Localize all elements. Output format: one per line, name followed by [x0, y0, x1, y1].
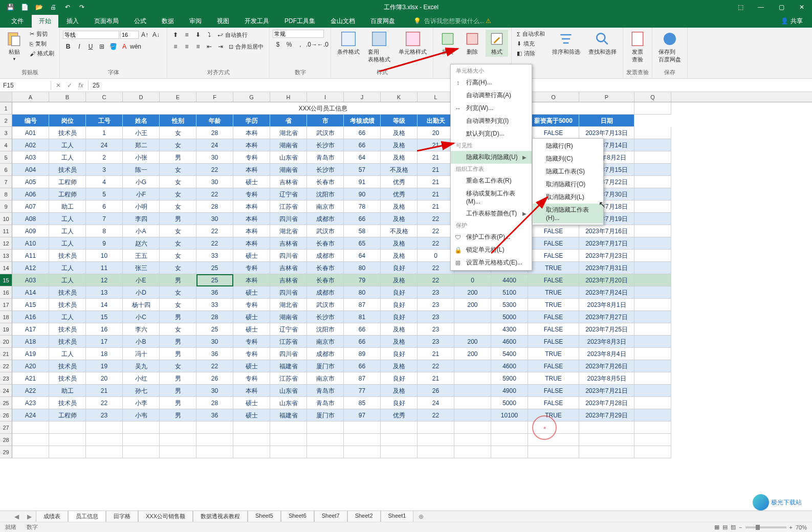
data-cell[interactable]: 吉林省 [270, 274, 307, 286]
data-cell[interactable]: 2023年7月29日 [579, 409, 634, 422]
data-cell[interactable]: 武汉市 [307, 127, 344, 139]
data-cell[interactable]: 良好 [381, 286, 418, 299]
data-cell[interactable]: 0 [454, 274, 491, 286]
decrease-font-icon[interactable]: A↓ [151, 30, 161, 40]
data-cell[interactable]: 及格 [381, 213, 418, 225]
data-cell[interactable]: 青岛市 [307, 385, 344, 397]
data-cell[interactable]: 33 [196, 299, 233, 311]
data-cell[interactable]: 优秀 [381, 409, 418, 422]
submenu-unhide-rows[interactable]: 取消隐藏行(O) [533, 178, 603, 191]
data-cell[interactable]: A15 [12, 299, 49, 311]
row-header-28[interactable]: 28 [0, 434, 12, 446]
data-cell[interactable]: 江苏省 [270, 336, 307, 348]
tab-view[interactable]: 视图 [210, 15, 236, 28]
data-cell[interactable]: A06 [12, 188, 49, 201]
data-cell[interactable]: 小韦 [123, 409, 160, 422]
data-cell[interactable]: 3 [86, 164, 123, 176]
save-baidu-button[interactable]: 保存到 百度网盘 [655, 30, 684, 64]
menu-hide-unhide[interactable]: 隐藏和取消隐藏(U)▶ [451, 151, 532, 164]
data-cell[interactable]: 杨十四 [123, 299, 160, 311]
col-header-E[interactable]: E [160, 92, 196, 102]
data-cell[interactable]: 山东省 [270, 151, 307, 164]
sheet-tab[interactable]: 数据透视表教程 [193, 511, 248, 523]
submenu-hide-cols[interactable]: 隐藏列(C) [533, 152, 603, 165]
data-cell[interactable]: 专科 [233, 372, 270, 385]
header-cell[interactable]: 姓名 [123, 115, 160, 127]
data-cell[interactable]: A01 [12, 127, 49, 139]
data-cell[interactable]: 23 [418, 323, 454, 336]
data-cell[interactable]: A18 [12, 336, 49, 348]
data-cell[interactable]: 工人 [49, 274, 86, 286]
data-cell[interactable]: 吉林省 [270, 176, 307, 188]
data-cell[interactable]: 36 [196, 286, 233, 299]
clear-button[interactable]: ◧清除 [515, 49, 547, 58]
data-cell[interactable]: 男 [160, 336, 196, 348]
warning-icon[interactable]: ⚠ [486, 17, 491, 25]
data-cell[interactable]: TRUE [528, 286, 579, 299]
data-cell[interactable]: 女 [160, 188, 196, 201]
redo-icon[interactable]: ↷ [76, 1, 88, 13]
data-cell[interactable]: 技术员 [49, 286, 86, 299]
data-cell[interactable]: 9 [86, 237, 123, 250]
data-cell[interactable]: 5000 [491, 311, 528, 323]
data-cell[interactable]: 21 [418, 151, 454, 164]
data-cell[interactable]: 22 [418, 213, 454, 225]
data-cell[interactable]: 长沙市 [307, 139, 344, 151]
data-cell[interactable]: 及格 [381, 151, 418, 164]
row-header-9[interactable]: 9 [0, 201, 12, 213]
data-cell[interactable]: 沈阳市 [307, 188, 344, 201]
underline-button[interactable]: U [85, 41, 96, 52]
menu-move-copy-sheet[interactable]: 移动或复制工作表(M)... [451, 187, 532, 207]
data-cell[interactable]: 2023年7月21日 [579, 385, 634, 397]
data-cell[interactable]: 23 [418, 299, 454, 311]
data-cell[interactable]: 孙七 [123, 385, 160, 397]
data-cell[interactable]: 男 [160, 397, 196, 409]
data-cell[interactable]: 女 [160, 164, 196, 176]
data-cell[interactable]: A19 [12, 348, 49, 360]
data-cell[interactable]: A11 [12, 250, 49, 262]
row-header-24[interactable]: 24 [0, 385, 12, 397]
data-cell[interactable]: 湖南省 [270, 164, 307, 176]
data-cell[interactable]: 四川省 [270, 250, 307, 262]
data-cell[interactable]: 2023年7月24日 [579, 286, 634, 299]
sheet-tab[interactable]: Sheet5 [248, 511, 281, 523]
italic-button[interactable]: I [74, 41, 84, 52]
data-cell[interactable]: 6 [86, 201, 123, 213]
sort-filter-button[interactable]: 排序和筛选 [549, 30, 583, 57]
data-cell[interactable]: 22 [196, 237, 233, 250]
data-cell[interactable]: 工人 [49, 348, 86, 360]
data-cell[interactable]: 专科 [233, 299, 270, 311]
data-cell[interactable]: 技术员 [49, 360, 86, 372]
data-cell[interactable]: 23 [418, 336, 454, 348]
data-cell[interactable]: 四川省 [270, 348, 307, 360]
row-header-2[interactable]: 2 [0, 115, 12, 127]
sheet-tab[interactable]: 成绩表 [36, 511, 68, 523]
data-cell[interactable]: 小C [123, 311, 160, 323]
increase-decimal-icon[interactable]: .0→ [306, 39, 317, 50]
name-box[interactable]: F15 [0, 81, 51, 90]
data-cell[interactable]: 4600 [491, 336, 528, 348]
view-normal-icon[interactable]: ▦ [714, 524, 719, 530]
add-sheet-button[interactable]: ⊕ [413, 512, 429, 522]
row-header-8[interactable]: 8 [0, 188, 12, 201]
data-cell[interactable]: 青岛市 [307, 397, 344, 409]
data-cell[interactable] [454, 397, 491, 409]
data-cell[interactable]: 20 [86, 372, 123, 385]
table-format-button[interactable]: 套用 表格格式 [365, 30, 393, 64]
col-header-P[interactable]: P [579, 92, 634, 102]
data-cell[interactable]: 长春市 [307, 262, 344, 274]
data-cell[interactable]: 33 [196, 250, 233, 262]
data-cell[interactable]: 66 [344, 139, 381, 151]
submenu-hide-rows[interactable]: 隐藏行(R) [533, 140, 603, 152]
data-cell[interactable]: 及格 [381, 201, 418, 213]
data-cell[interactable]: 10100 [491, 409, 528, 422]
data-cell[interactable]: 2023年8月5日 [579, 372, 634, 385]
data-cell[interactable]: 2023年7月13日 [579, 127, 634, 139]
data-cell[interactable]: 工人 [49, 262, 86, 274]
data-cell[interactable]: 硕士 [233, 409, 270, 422]
data-cell[interactable]: 28 [196, 201, 233, 213]
tab-file[interactable]: 文件 [4, 15, 31, 28]
menu-cell-format[interactable]: ⊞设置单元格格式(E)... [451, 256, 532, 269]
data-cell[interactable]: 优秀 [381, 188, 418, 201]
data-cell[interactable]: 小E [123, 274, 160, 286]
